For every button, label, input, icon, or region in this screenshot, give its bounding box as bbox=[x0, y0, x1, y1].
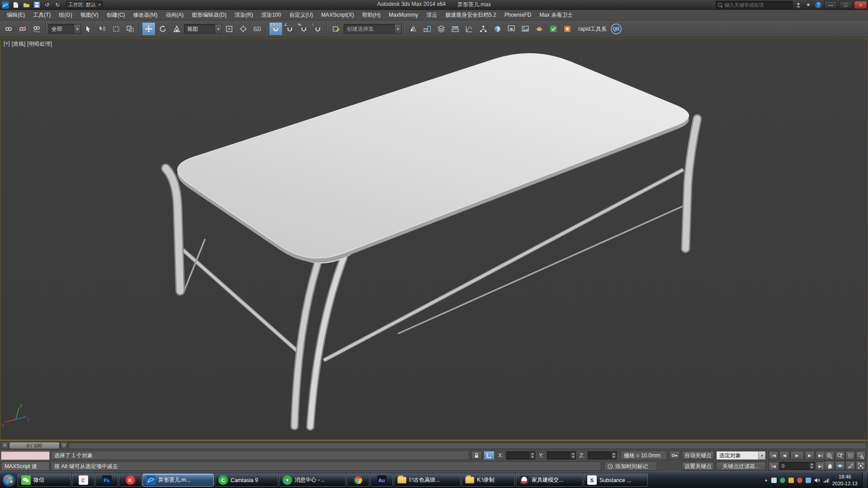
menu-create[interactable]: 创建(C) bbox=[103, 10, 129, 20]
zoom-icon[interactable] bbox=[825, 451, 835, 460]
tray-volume-icon[interactable] bbox=[814, 478, 820, 483]
snaps-toggle-icon[interactable]: 2.5 bbox=[269, 22, 283, 36]
taskbar-furniture-group[interactable]: 家具建模交... bbox=[516, 474, 583, 487]
time-slider-thumb[interactable]: 0 / 100 bbox=[9, 442, 60, 449]
edit-named-sets-icon[interactable] bbox=[330, 22, 343, 36]
next-key-button[interactable]: ▶| bbox=[816, 462, 826, 471]
pan-hand-icon[interactable] bbox=[825, 461, 835, 470]
percent-snap-icon[interactable]: % bbox=[297, 22, 311, 36]
taskbar-message-center[interactable]: ▼ 消息中心 - .. bbox=[279, 474, 346, 487]
menu-customize[interactable]: 自定义(U) bbox=[285, 10, 317, 20]
absolute-offset-toggle[interactable] bbox=[484, 451, 495, 460]
rapid-tools-button[interactable]: rapid工具系 bbox=[575, 25, 610, 33]
selection-filter-dropdown[interactable]: 全部 ▾ bbox=[48, 24, 81, 34]
set-key-button[interactable]: 设置关键点 bbox=[682, 462, 714, 471]
previous-key-button[interactable]: |◀ bbox=[769, 462, 778, 471]
orbit-icon[interactable] bbox=[835, 461, 845, 470]
taskbar-photoshop[interactable]: Ps bbox=[95, 474, 118, 487]
zoom-all-icon[interactable] bbox=[835, 451, 845, 460]
set-keys-button[interactable] bbox=[669, 451, 680, 460]
select-by-name-icon[interactable] bbox=[95, 22, 109, 36]
go-to-end-button[interactable]: ▶| bbox=[816, 451, 826, 460]
z-coord-field[interactable] bbox=[588, 451, 617, 460]
previous-frame-play-button[interactable]: ◀ bbox=[779, 451, 789, 460]
angle-snap-icon[interactable]: ∠ bbox=[283, 22, 297, 36]
next-frame-play-button[interactable]: ▶ bbox=[805, 451, 815, 460]
tray-network-icon[interactable] bbox=[823, 478, 829, 483]
y-spinner[interactable] bbox=[571, 452, 575, 459]
menu-max-antivirus[interactable]: Max 杀毒卫士 bbox=[535, 10, 577, 20]
redo-icon[interactable]: ↻ bbox=[53, 1, 62, 9]
search-input[interactable] bbox=[724, 2, 790, 8]
taskbar-3dsmax-document[interactable]: 异形茶几.m... bbox=[142, 474, 214, 487]
time-slider-track[interactable] bbox=[68, 442, 867, 449]
next-frame-button[interactable]: > bbox=[61, 442, 67, 449]
tray-app-icon-3[interactable] bbox=[788, 478, 794, 483]
plugin-icon-1[interactable] bbox=[547, 22, 560, 36]
schematic-view-icon[interactable] bbox=[476, 22, 490, 36]
material-editor-icon[interactable] bbox=[491, 22, 504, 36]
select-and-rotate-icon[interactable] bbox=[156, 22, 170, 36]
zoom-extents-icon[interactable] bbox=[845, 451, 855, 460]
app-logo-icon[interactable] bbox=[1, 1, 10, 9]
favorites-star-icon[interactable]: ★ bbox=[804, 1, 812, 9]
maximize-button[interactable]: □ bbox=[839, 1, 852, 9]
taskbar-chrome[interactable] bbox=[347, 474, 369, 487]
viewport-menu-general[interactable]: [+] bbox=[4, 40, 10, 48]
taskbar-keyshot[interactable]: K bbox=[119, 474, 142, 487]
tray-app-icon-1[interactable] bbox=[771, 478, 777, 483]
menu-group[interactable]: 组(G) bbox=[55, 10, 76, 20]
spinner-snap-icon[interactable]: ↕ bbox=[311, 22, 325, 36]
help-icon[interactable]: ? bbox=[814, 1, 822, 9]
taskbar-camtasia-recorder[interactable]: C bbox=[72, 474, 94, 487]
select-object-icon[interactable] bbox=[81, 22, 95, 36]
frame-spinner[interactable] bbox=[810, 463, 814, 469]
minimize-button[interactable]: — bbox=[824, 1, 837, 9]
tabletop-surface[interactable] bbox=[178, 53, 689, 258]
qr-tools-button[interactable]: QR bbox=[611, 23, 622, 34]
add-time-tag[interactable]: 添加时间标记 bbox=[604, 462, 657, 471]
plugin-icon-2[interactable] bbox=[561, 22, 574, 36]
select-and-link-icon[interactable] bbox=[2, 22, 15, 36]
window-crossing-icon[interactable] bbox=[123, 22, 137, 36]
menu-tools[interactable]: 工具(T) bbox=[29, 10, 55, 20]
taskbar-camtasia9[interactable]: C Camtasia 9 bbox=[215, 474, 278, 487]
workspace-selector[interactable]: 工作区: 默认 ▾ bbox=[66, 1, 103, 9]
menu-maxmummy[interactable]: MaxMummy bbox=[385, 10, 422, 20]
field-of-view-icon[interactable] bbox=[845, 461, 855, 470]
viewport-menu-pov[interactable]: [透视] bbox=[12, 40, 26, 48]
undo-icon[interactable]: ↺ bbox=[42, 1, 52, 9]
select-and-manipulate-icon[interactable] bbox=[236, 22, 250, 36]
macro-recorder-field[interactable] bbox=[1, 451, 50, 460]
menu-views[interactable]: 视图(V) bbox=[76, 10, 103, 20]
menu-edit[interactable]: 编辑(E) bbox=[3, 10, 29, 20]
play-button[interactable]: ▶ bbox=[790, 451, 804, 460]
taskbar-audition[interactable]: Au bbox=[370, 474, 393, 487]
menu-modifiers[interactable]: 修改器(M) bbox=[129, 10, 161, 20]
sign-in-icon[interactable] bbox=[794, 1, 802, 9]
named-selection-set-dropdown[interactable]: 创建选择集 ▾ bbox=[344, 24, 401, 34]
menu-phoenixfd[interactable]: PhoenixFD bbox=[500, 10, 535, 20]
tray-expand-icon[interactable]: ▲ bbox=[764, 478, 768, 482]
selection-lock-toggle[interactable] bbox=[471, 451, 482, 460]
menu-rendercloud[interactable]: 渲云 bbox=[422, 10, 441, 20]
keyboard-override-icon[interactable] bbox=[250, 22, 264, 36]
menu-rendering[interactable]: 渲染(R) bbox=[231, 10, 257, 20]
menu-graph-editors[interactable]: 图形编辑器(D) bbox=[188, 10, 231, 20]
y-coord-field[interactable] bbox=[547, 451, 576, 460]
menu-slim-archive[interactable]: 极速瘦身安全归档5.2 bbox=[441, 10, 500, 20]
unlink-selection-icon[interactable] bbox=[16, 22, 29, 36]
menu-help[interactable]: 帮助(H) bbox=[358, 10, 385, 20]
menu-maxscript[interactable]: MAXScript(X) bbox=[317, 10, 358, 20]
tray-app-icon-5[interactable] bbox=[806, 478, 811, 483]
new-file-icon[interactable] bbox=[11, 1, 20, 9]
x-spinner[interactable] bbox=[530, 452, 534, 459]
viewport-canvas[interactable]: x y z bbox=[0, 38, 868, 440]
tray-app-icon-4[interactable] bbox=[797, 478, 802, 483]
taskbar-wechat[interactable]: 微信 bbox=[18, 474, 71, 487]
select-and-move-icon[interactable] bbox=[142, 22, 156, 36]
maxscript-mini-listener[interactable]: MAXScript 迷 bbox=[1, 462, 50, 471]
taskbar-substance[interactable]: S Substance ... bbox=[584, 474, 648, 487]
previous-frame-button[interactable]: < bbox=[1, 442, 8, 449]
key-mode-dropdown[interactable]: 选定对象 ▾ bbox=[716, 451, 766, 460]
